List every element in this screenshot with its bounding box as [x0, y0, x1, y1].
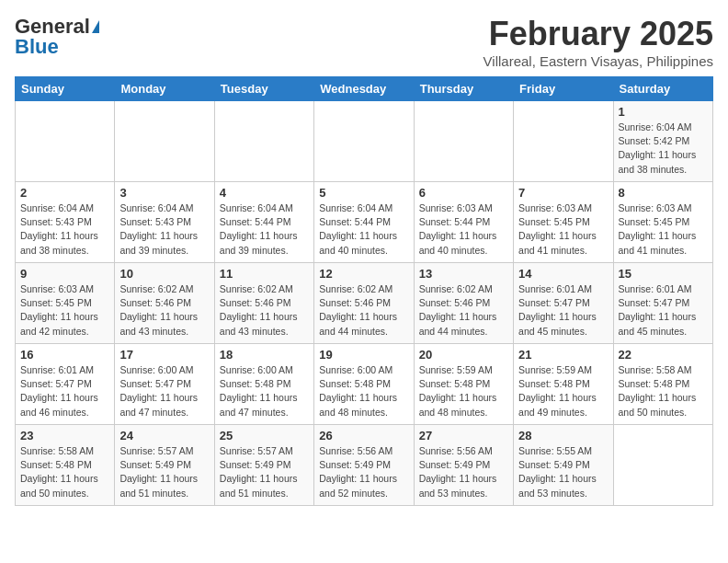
column-header-saturday: Saturday	[613, 77, 712, 101]
day-info: Sunrise: 5:57 AMSunset: 5:49 PMDaylight:…	[119, 444, 209, 500]
calendar-cell: 28Sunrise: 5:55 AMSunset: 5:49 PMDayligh…	[514, 425, 613, 506]
day-number: 10	[119, 267, 209, 281]
day-number: 8	[619, 186, 708, 200]
calendar-cell: 19Sunrise: 6:00 AMSunset: 5:48 PMDayligh…	[314, 344, 414, 425]
calendar-cell	[414, 101, 513, 182]
column-header-tuesday: Tuesday	[214, 77, 313, 101]
day-number: 21	[518, 348, 608, 362]
day-number: 3	[119, 186, 209, 200]
day-info: Sunrise: 5:56 AMSunset: 5:49 PMDaylight:…	[419, 444, 508, 500]
day-info: Sunrise: 5:58 AMSunset: 5:48 PMDaylight:…	[20, 444, 109, 500]
column-header-friday: Friday	[514, 77, 613, 101]
day-info: Sunrise: 5:57 AMSunset: 5:49 PMDaylight:…	[220, 444, 309, 500]
day-number: 14	[518, 267, 608, 281]
calendar-week-row: 9Sunrise: 6:03 AMSunset: 5:45 PMDaylight…	[16, 263, 713, 344]
subtitle: Villareal, Eastern Visayas, Philippines	[483, 53, 713, 69]
day-info: Sunrise: 6:03 AMSunset: 5:45 PMDaylight:…	[20, 282, 109, 339]
calendar-cell: 20Sunrise: 5:59 AMSunset: 5:48 PMDayligh…	[414, 344, 513, 425]
day-number: 15	[619, 267, 708, 281]
day-info: Sunrise: 6:00 AMSunset: 5:48 PMDaylight:…	[319, 363, 408, 419]
day-info: Sunrise: 6:03 AMSunset: 5:45 PMDaylight:…	[518, 201, 608, 258]
day-number: 13	[419, 267, 508, 281]
day-info: Sunrise: 5:55 AMSunset: 5:49 PMDaylight:…	[518, 444, 608, 500]
calendar-cell: 18Sunrise: 6:00 AMSunset: 5:48 PMDayligh…	[214, 344, 313, 425]
day-info: Sunrise: 6:01 AMSunset: 5:47 PMDaylight:…	[619, 282, 708, 339]
calendar-week-row: 2Sunrise: 6:04 AMSunset: 5:43 PMDaylight…	[16, 182, 713, 263]
calendar-cell: 23Sunrise: 5:58 AMSunset: 5:48 PMDayligh…	[16, 425, 115, 506]
day-info: Sunrise: 5:56 AMSunset: 5:49 PMDaylight:…	[319, 444, 408, 500]
calendar-cell: 10Sunrise: 6:02 AMSunset: 5:46 PMDayligh…	[115, 263, 214, 344]
day-info: Sunrise: 5:58 AMSunset: 5:48 PMDaylight:…	[619, 363, 708, 419]
day-number: 4	[220, 186, 309, 200]
column-header-wednesday: Wednesday	[314, 77, 414, 101]
calendar-cell: 26Sunrise: 5:56 AMSunset: 5:49 PMDayligh…	[314, 425, 414, 506]
day-info: Sunrise: 6:04 AMSunset: 5:43 PMDaylight:…	[119, 201, 209, 258]
calendar-cell: 16Sunrise: 6:01 AMSunset: 5:47 PMDayligh…	[16, 344, 115, 425]
calendar-cell	[514, 101, 613, 182]
day-info: Sunrise: 6:02 AMSunset: 5:46 PMDaylight:…	[119, 282, 209, 339]
calendar-week-row: 16Sunrise: 6:01 AMSunset: 5:47 PMDayligh…	[16, 344, 713, 425]
day-info: Sunrise: 6:02 AMSunset: 5:46 PMDaylight:…	[220, 282, 309, 339]
calendar-week-row: 23Sunrise: 5:58 AMSunset: 5:48 PMDayligh…	[16, 425, 713, 506]
day-info: Sunrise: 6:00 AMSunset: 5:47 PMDaylight:…	[119, 363, 209, 419]
day-number: 24	[119, 429, 209, 442]
day-number: 19	[319, 348, 408, 362]
calendar-cell: 11Sunrise: 6:02 AMSunset: 5:46 PMDayligh…	[214, 263, 313, 344]
day-number: 27	[419, 429, 508, 442]
title-block: February 2025 Villareal, Eastern Visayas…	[483, 15, 713, 69]
calendar-cell: 21Sunrise: 5:59 AMSunset: 5:48 PMDayligh…	[514, 344, 613, 425]
logo-triangle-icon	[92, 20, 99, 33]
day-number: 22	[619, 348, 708, 362]
day-number: 11	[220, 267, 309, 281]
day-number: 9	[20, 267, 109, 281]
calendar-cell: 13Sunrise: 6:02 AMSunset: 5:46 PMDayligh…	[414, 263, 513, 344]
day-info: Sunrise: 6:04 AMSunset: 5:44 PMDaylight:…	[319, 201, 408, 258]
calendar-cell: 24Sunrise: 5:57 AMSunset: 5:49 PMDayligh…	[115, 425, 214, 506]
logo-blue-text: Blue	[15, 35, 59, 59]
calendar-cell	[613, 425, 712, 506]
day-number: 28	[518, 429, 608, 442]
calendar-cell: 6Sunrise: 6:03 AMSunset: 5:44 PMDaylight…	[414, 182, 513, 263]
calendar-cell: 2Sunrise: 6:04 AMSunset: 5:43 PMDaylight…	[16, 182, 115, 263]
day-info: Sunrise: 6:04 AMSunset: 5:44 PMDaylight:…	[220, 201, 309, 258]
calendar-cell: 14Sunrise: 6:01 AMSunset: 5:47 PMDayligh…	[514, 263, 613, 344]
day-info: Sunrise: 6:02 AMSunset: 5:46 PMDaylight:…	[319, 282, 408, 339]
day-number: 23	[20, 429, 109, 442]
calendar-cell: 1Sunrise: 6:04 AMSunset: 5:42 PMDaylight…	[613, 101, 712, 182]
calendar-cell: 4Sunrise: 6:04 AMSunset: 5:44 PMDaylight…	[214, 182, 313, 263]
day-info: Sunrise: 6:03 AMSunset: 5:45 PMDaylight:…	[619, 201, 708, 258]
day-info: Sunrise: 6:01 AMSunset: 5:47 PMDaylight:…	[20, 363, 109, 419]
column-header-thursday: Thursday	[414, 77, 513, 101]
day-info: Sunrise: 6:04 AMSunset: 5:42 PMDaylight:…	[619, 121, 708, 177]
day-info: Sunrise: 6:00 AMSunset: 5:48 PMDaylight:…	[220, 363, 309, 419]
calendar-cell	[16, 101, 115, 182]
day-number: 17	[119, 348, 209, 362]
calendar-table: SundayMondayTuesdayWednesdayThursdayFrid…	[15, 76, 713, 506]
calendar-cell: 25Sunrise: 5:57 AMSunset: 5:49 PMDayligh…	[214, 425, 313, 506]
day-info: Sunrise: 6:02 AMSunset: 5:46 PMDaylight:…	[419, 282, 508, 339]
logo: General Blue	[15, 15, 99, 59]
page-header: General Blue February 2025 Villareal, Ea…	[15, 15, 713, 69]
day-number: 18	[220, 348, 309, 362]
calendar-cell: 12Sunrise: 6:02 AMSunset: 5:46 PMDayligh…	[314, 263, 414, 344]
calendar-cell: 17Sunrise: 6:00 AMSunset: 5:47 PMDayligh…	[115, 344, 214, 425]
day-number: 26	[319, 429, 408, 442]
day-number: 7	[518, 186, 608, 200]
day-number: 2	[20, 186, 109, 200]
calendar-cell: 15Sunrise: 6:01 AMSunset: 5:47 PMDayligh…	[613, 263, 712, 344]
calendar-cell	[314, 101, 414, 182]
day-number: 25	[220, 429, 309, 442]
day-number: 12	[319, 267, 408, 281]
day-info: Sunrise: 6:01 AMSunset: 5:47 PMDaylight:…	[518, 282, 608, 339]
day-info: Sunrise: 5:59 AMSunset: 5:48 PMDaylight:…	[518, 363, 608, 419]
calendar-week-row: 1Sunrise: 6:04 AMSunset: 5:42 PMDaylight…	[16, 101, 713, 182]
calendar-cell: 22Sunrise: 5:58 AMSunset: 5:48 PMDayligh…	[613, 344, 712, 425]
calendar-cell: 3Sunrise: 6:04 AMSunset: 5:43 PMDaylight…	[115, 182, 214, 263]
calendar-cell: 7Sunrise: 6:03 AMSunset: 5:45 PMDaylight…	[514, 182, 613, 263]
day-number: 16	[20, 348, 109, 362]
calendar-header-row: SundayMondayTuesdayWednesdayThursdayFrid…	[16, 77, 713, 101]
calendar-cell	[115, 101, 214, 182]
calendar-cell: 9Sunrise: 6:03 AMSunset: 5:45 PMDaylight…	[16, 263, 115, 344]
day-info: Sunrise: 6:03 AMSunset: 5:44 PMDaylight:…	[419, 201, 508, 258]
main-title: February 2025	[483, 15, 713, 53]
